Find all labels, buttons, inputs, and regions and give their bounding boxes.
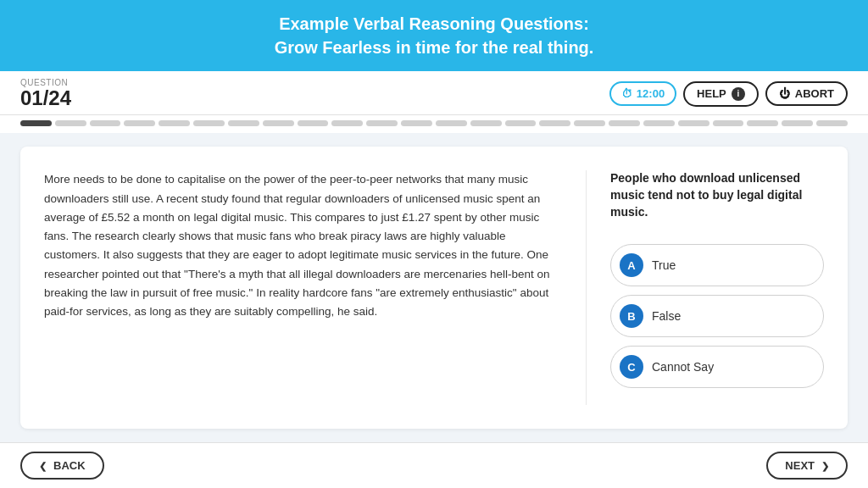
answer-option-c[interactable]: CCannot Say [610, 346, 824, 388]
controls-area: 12:00 HELP i ABORT [609, 81, 848, 112]
progress-segment-10 [331, 120, 363, 126]
clock-icon [621, 87, 632, 100]
back-button[interactable]: BACK [20, 452, 104, 480]
header-title-line1: Example Verbal Reasoning Questions: [279, 14, 589, 33]
progress-segment-7 [228, 120, 259, 126]
progress-segment-13 [436, 120, 467, 126]
progress-segment-2 [55, 120, 86, 126]
next-label: NEXT [785, 459, 815, 472]
back-label: BACK [53, 459, 86, 472]
header-title: Example Verbal Reasoning Questions: Grow… [17, 12, 851, 59]
next-arrow-icon [821, 459, 829, 472]
answer-label-a: True [652, 258, 676, 272]
progress-segment-12 [401, 120, 432, 126]
question-statement: People who download unlicensed music ten… [610, 170, 824, 220]
progress-segment-4 [124, 120, 155, 126]
timer-button[interactable]: 12:00 [609, 81, 676, 106]
progress-segment-22 [747, 120, 778, 126]
progress-segment-5 [159, 120, 190, 126]
progress-segment-8 [263, 120, 294, 126]
answer-option-a[interactable]: ATrue [610, 244, 824, 286]
abort-label: ABORT [795, 87, 834, 100]
answer-label-c: Cannot Say [652, 360, 714, 374]
answer-badge-c: C [620, 355, 643, 379]
progress-segment-3 [90, 120, 121, 126]
progress-segment-11 [366, 120, 398, 126]
page-header: Example Verbal Reasoning Questions: Grow… [0, 0, 868, 71]
progress-segment-23 [782, 120, 813, 126]
next-button[interactable]: NEXT [766, 452, 848, 480]
question-bar: QUESTION 01/24 12:00 HELP i ABORT [0, 71, 868, 115]
footer: BACK NEXT [0, 442, 868, 488]
passage-text: More needs to be done to capitalise on t… [44, 170, 562, 321]
answer-badge-a: A [620, 253, 643, 277]
progress-segment-14 [470, 120, 502, 126]
timer-value: 12:00 [637, 87, 665, 100]
progress-bar [0, 115, 868, 133]
progress-segment-1 [20, 120, 52, 126]
progress-segment-21 [713, 120, 744, 126]
abort-button[interactable]: ABORT [765, 81, 848, 106]
abort-icon [779, 87, 790, 100]
header-title-line2: Grow Fearless in time for the real thing… [275, 38, 594, 57]
progress-segment-24 [816, 120, 848, 126]
question-number: 01/24 [20, 87, 71, 109]
answer-label-b: False [652, 309, 681, 323]
help-label: HELP [697, 87, 726, 100]
main-content: More needs to be done to capitalise on t… [0, 133, 868, 442]
answer-badge-b: B [620, 304, 643, 328]
progress-segment-19 [643, 120, 675, 126]
help-button[interactable]: HELP i [683, 81, 759, 107]
answers-container: ATrueBFalseCCannot Say [610, 244, 824, 388]
progress-segment-18 [609, 120, 640, 126]
progress-segment-9 [298, 120, 329, 126]
help-info-icon: i [732, 87, 745, 101]
progress-segment-6 [193, 120, 225, 126]
progress-segment-16 [539, 120, 570, 126]
passage-section: More needs to be done to capitalise on t… [44, 170, 587, 405]
question-info: QUESTION 01/24 [20, 78, 71, 114]
question-card: More needs to be done to capitalise on t… [20, 147, 848, 429]
progress-segment-17 [574, 120, 605, 126]
progress-segment-20 [678, 120, 709, 126]
progress-segment-15 [505, 120, 537, 126]
answer-option-b[interactable]: BFalse [610, 295, 824, 337]
back-arrow-icon [39, 459, 47, 472]
answer-section: People who download unlicensed music ten… [587, 170, 824, 405]
